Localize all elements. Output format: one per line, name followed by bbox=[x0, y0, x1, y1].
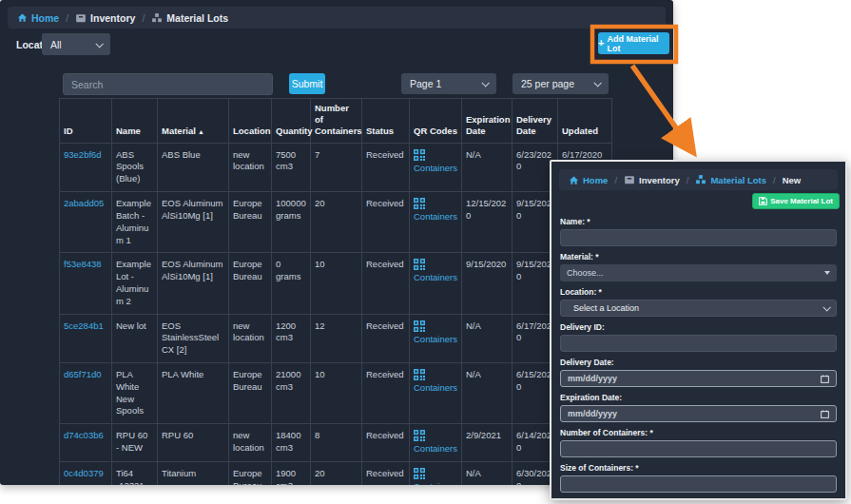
delivery-date-input[interactable]: mm/dd/yyyy bbox=[560, 370, 837, 387]
lot-qr-cell: Containers bbox=[410, 192, 462, 253]
lot-location-cell: Europe Bureau bbox=[229, 462, 272, 485]
column-header-location[interactable]: Location bbox=[229, 99, 272, 144]
material-select-label: Material: * bbox=[560, 252, 837, 262]
containers-count-input-label: Number of Containers: * bbox=[560, 428, 837, 437]
expiration-date-input-field: Expiration Date:mm/dd/yyyy bbox=[560, 393, 837, 422]
breadcrumb-item-material-lots[interactable]: Material Lots bbox=[695, 174, 766, 185]
lot-id-link[interactable]: d65f71d0 bbox=[64, 369, 102, 379]
delivery-id-input-field: Delivery ID: bbox=[560, 322, 837, 352]
lot-id-link[interactable]: 2abadd05 bbox=[64, 198, 104, 208]
lot-location-cell: Europe Bureau bbox=[229, 253, 272, 314]
new-material-lot-panel: Home/Inventory/Material Lots/New Save Ma… bbox=[550, 160, 847, 500]
location-filter-select[interactable]: All bbox=[42, 33, 110, 55]
column-header-id[interactable]: ID bbox=[60, 99, 112, 144]
containers-qr-link[interactable]: Containers bbox=[414, 430, 457, 456]
breadcrumb-item-home[interactable]: Home bbox=[17, 12, 59, 24]
lot-containers-count-cell: 12 bbox=[311, 314, 362, 362]
material-select[interactable]: Choose... bbox=[560, 264, 837, 281]
table-row: 5ce284b1 New lot EOS StainlessSteel CX [… bbox=[60, 314, 612, 362]
breadcrumb-item-inventory: Inventory bbox=[624, 174, 680, 185]
containers-qr-link[interactable]: Containers bbox=[414, 259, 457, 284]
breadcrumb-label: Inventory bbox=[639, 175, 680, 185]
qr-code-icon bbox=[414, 149, 425, 161]
containers-size-input[interactable] bbox=[560, 475, 837, 493]
expiration-date-input-value: mm/dd/yyyy bbox=[568, 409, 617, 418]
lot-id-link[interactable]: f53e8438 bbox=[64, 259, 102, 269]
breadcrumb-label: Home bbox=[31, 12, 59, 24]
expiration-date-input-label: Expiration Date: bbox=[560, 393, 837, 402]
lot-id-link[interactable]: 5ce284b1 bbox=[64, 320, 104, 331]
column-header-status[interactable]: Status bbox=[362, 99, 410, 144]
name-input[interactable] bbox=[560, 229, 837, 246]
save-material-lot-button[interactable]: Save Material Lot bbox=[752, 193, 840, 209]
lot-quantity-cell: 18400cm3 bbox=[272, 424, 311, 462]
delivery-date-input-value: mm/dd/yyyy bbox=[568, 374, 617, 383]
lot-status-cell: Received bbox=[362, 363, 410, 424]
delivery-id-input[interactable] bbox=[560, 335, 837, 352]
containers-qr-link[interactable]: Containers bbox=[414, 320, 457, 346]
breadcrumb-label: Inventory bbox=[90, 12, 135, 24]
breadcrumb-item-home[interactable]: Home bbox=[569, 175, 608, 185]
containers-qr-link[interactable]: Containers bbox=[414, 149, 457, 175]
per-page-select[interactable]: 25 per page bbox=[513, 73, 609, 94]
lot-quantity-cell: 0grams bbox=[272, 253, 311, 314]
column-header-updated[interactable]: Updated bbox=[558, 99, 612, 144]
lot-location-cell: new location bbox=[229, 424, 272, 462]
breadcrumb-separator: / bbox=[614, 175, 617, 185]
column-header-material[interactable]: Material▲ bbox=[158, 99, 229, 144]
lot-material-cell: ABS Blue bbox=[158, 143, 229, 191]
breadcrumb-separator: / bbox=[142, 12, 145, 24]
column-header-number-of-containers[interactable]: Number of Containers bbox=[311, 99, 362, 144]
inventory-icon bbox=[624, 174, 635, 185]
breadcrumb-separator: / bbox=[66, 12, 68, 24]
lot-location-cell: Europe Bureau bbox=[229, 363, 272, 424]
containers-count-input[interactable] bbox=[560, 440, 837, 457]
containers-qr-link[interactable]: Containers bbox=[414, 198, 457, 223]
column-header-name[interactable]: Name bbox=[112, 99, 158, 144]
location-select[interactable]: Select a Location bbox=[560, 300, 837, 317]
lot-id-link[interactable]: 93e2bf6d bbox=[64, 149, 102, 160]
breadcrumb-item-inventory: Inventory bbox=[75, 12, 135, 24]
lot-expiration-cell: N/A bbox=[462, 143, 513, 191]
lot-id-link[interactable]: d74c03b6 bbox=[64, 430, 104, 440]
submit-button[interactable]: Submit bbox=[289, 73, 325, 94]
table-row: f53e8438 Example Lot - Aluminum 2 EOS Al… bbox=[60, 253, 612, 314]
qr-code-icon bbox=[414, 198, 425, 209]
delivery-id-input-label: Delivery ID: bbox=[560, 322, 837, 332]
breadcrumb: Home/Inventory/Material Lots bbox=[8, 7, 666, 29]
lot-qr-cell: Containers bbox=[410, 253, 462, 314]
containers-qr-link[interactable]: Containers bbox=[414, 369, 457, 395]
lot-containers-count-cell: 20 bbox=[311, 192, 362, 253]
lot-material-cell: PLA White bbox=[158, 363, 229, 424]
lot-status-cell: Received bbox=[362, 424, 410, 462]
column-header-expiration-date[interactable]: Expiration Date bbox=[462, 99, 513, 144]
lot-location-cell: new location bbox=[229, 314, 272, 362]
cubes-icon bbox=[151, 12, 163, 24]
chevron-down-icon bbox=[822, 303, 830, 311]
lot-containers-count-cell: 20 bbox=[311, 462, 362, 485]
lot-expiration-cell: 2/9/2021 bbox=[462, 424, 513, 462]
lot-status-cell: Received bbox=[362, 314, 410, 362]
location-filter-value: All bbox=[50, 39, 62, 50]
lot-status-cell: Received bbox=[362, 192, 410, 253]
search-input[interactable] bbox=[63, 73, 273, 95]
qr-code-icon bbox=[414, 468, 425, 479]
qr-code-icon bbox=[414, 259, 425, 270]
containers-qr-link[interactable]: Containers bbox=[414, 468, 457, 485]
lot-status-cell: Received bbox=[362, 253, 410, 314]
cubes-icon bbox=[695, 174, 706, 185]
inventory-icon bbox=[75, 12, 87, 24]
location-select-label: Location: * bbox=[560, 287, 837, 297]
lot-id-link[interactable]: 0c4d0379 bbox=[64, 468, 104, 478]
expiration-date-input[interactable]: mm/dd/yyyy bbox=[560, 405, 837, 422]
lot-containers-count-cell: 10 bbox=[311, 363, 362, 424]
page-select[interactable]: Page 1 bbox=[401, 73, 496, 94]
column-header-qr-codes[interactable]: QR Codes bbox=[410, 99, 462, 144]
column-header-delivery-date[interactable]: Delivery Date bbox=[513, 99, 558, 144]
lot-quantity-cell: 21000cm3 bbox=[272, 363, 311, 424]
add-material-lot-button[interactable]: + Add Material Lot bbox=[598, 32, 669, 54]
lot-name-cell: Ti64 -12321 bbox=[112, 462, 158, 485]
plus-icon: + bbox=[598, 38, 604, 48]
column-header-quantity[interactable]: Quantity bbox=[272, 99, 311, 144]
lot-location-cell: new location bbox=[229, 143, 272, 191]
